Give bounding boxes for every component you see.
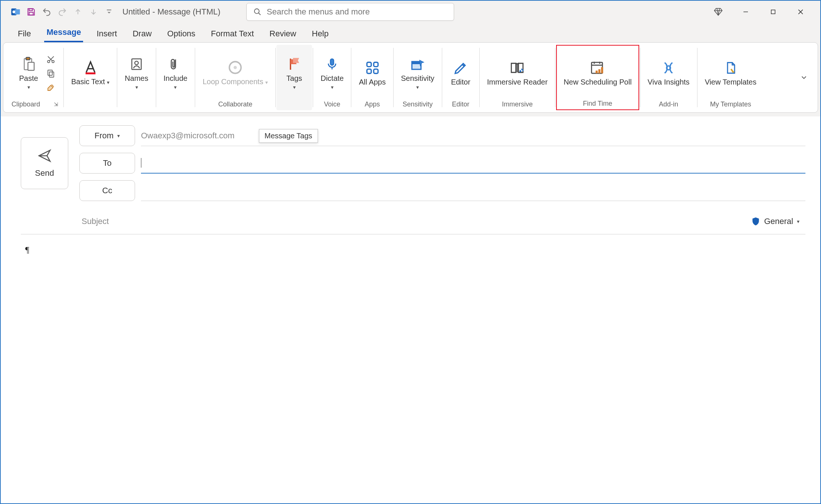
- svg-rect-18: [331, 59, 334, 65]
- group-sensitivity: Sensitivity ▾ Sensitivity: [394, 45, 441, 110]
- tab-format-text[interactable]: Format Text: [209, 25, 256, 42]
- tags-tooltip: Message Tags: [259, 129, 318, 143]
- qat-customize-icon[interactable]: [104, 7, 114, 17]
- group-label: Find Time: [583, 99, 612, 108]
- loop-components-button[interactable]: Loop Components ▾: [199, 57, 272, 89]
- cc-button[interactable]: Cc: [79, 180, 135, 201]
- outlook-icon: [10, 7, 21, 17]
- shield-icon: [751, 217, 761, 226]
- dictate-button[interactable]: Dictate ▾: [317, 54, 347, 92]
- svg-rect-21: [367, 69, 371, 73]
- redo-icon[interactable]: [57, 7, 68, 17]
- cut-icon[interactable]: [46, 55, 56, 65]
- names-button[interactable]: Names ▾: [121, 54, 152, 92]
- loop-icon: [227, 59, 243, 76]
- attach-icon: [169, 56, 182, 72]
- tab-draw[interactable]: Draw: [130, 25, 154, 42]
- group-basic-text: Basic Text ▾: [65, 45, 116, 110]
- svg-rect-22: [374, 69, 378, 73]
- immersive-reader-button[interactable]: Immersive Reader: [483, 57, 551, 89]
- svg-rect-14: [85, 72, 95, 74]
- tags-button[interactable]: Tags ▾: [279, 54, 309, 92]
- ribbon-tabs: File Message Insert Draw Options Format …: [1, 23, 820, 42]
- sensitivity-icon: [410, 56, 426, 72]
- svg-point-2: [13, 10, 15, 13]
- sensitivity-button[interactable]: Sensitivity ▾: [397, 54, 438, 92]
- basic-text-button[interactable]: Basic Text ▾: [68, 57, 113, 89]
- send-icon: [37, 148, 52, 163]
- svg-rect-12: [49, 72, 54, 77]
- group-apps: All Apps Apps: [352, 45, 392, 110]
- search-box[interactable]: [246, 3, 454, 21]
- title-bar: Untitled - Message (HTML): [1, 1, 820, 23]
- send-button[interactable]: Send: [21, 137, 68, 189]
- from-field: Owaexp3@microsoft.com: [141, 125, 805, 146]
- premium-icon[interactable]: [713, 6, 724, 17]
- to-input[interactable]: [141, 157, 805, 169]
- chevron-down-icon: ▾: [416, 84, 419, 90]
- tab-insert[interactable]: Insert: [94, 25, 119, 42]
- tab-review[interactable]: Review: [267, 25, 298, 42]
- close-button[interactable]: [795, 6, 806, 17]
- cc-input[interactable]: [141, 184, 805, 197]
- search-icon: [253, 8, 262, 16]
- include-button[interactable]: Include ▾: [160, 54, 191, 92]
- quick-access-toolbar: [4, 7, 114, 17]
- cc-field[interactable]: [141, 180, 805, 201]
- svg-rect-9: [28, 62, 34, 70]
- address-fields: Owaexp3@microsoft.com: [141, 125, 805, 201]
- compose-area: Send From ▾ To Cc Owaexp3@microsoft.com …: [1, 116, 820, 265]
- format-painter-icon[interactable]: [46, 83, 56, 93]
- ribbon: Paste ▾ Clipboard ⇲ Basic Text ▾: [3, 42, 818, 113]
- group-label: My Templates: [710, 100, 751, 109]
- to-field[interactable]: [141, 153, 805, 174]
- group-addin: Viva Insights Add-in: [641, 45, 696, 110]
- chevron-down-icon: ▾: [27, 84, 30, 90]
- undo-icon[interactable]: [42, 7, 52, 17]
- svg-rect-1: [15, 9, 20, 14]
- new-scheduling-poll-button[interactable]: New Scheduling Poll: [560, 57, 635, 89]
- window-controls: [713, 6, 817, 17]
- minimize-button[interactable]: [740, 6, 751, 17]
- paragraph-mark: ¶: [25, 245, 29, 254]
- svg-rect-28: [601, 67, 603, 73]
- immersive-reader-icon: [509, 60, 526, 76]
- group-find-time: New Scheduling Poll Find Time: [556, 45, 639, 110]
- save-icon[interactable]: [26, 7, 36, 17]
- from-button[interactable]: From ▾: [79, 125, 135, 146]
- chevron-down-icon: ▾: [293, 84, 296, 90]
- view-templates-button[interactable]: View Templates: [701, 57, 760, 89]
- paste-button[interactable]: Paste ▾: [14, 55, 43, 92]
- group-tags: Tags ▾: [276, 45, 312, 110]
- group-editor: Editor Editor: [443, 45, 479, 110]
- message-body[interactable]: ¶: [21, 234, 805, 265]
- svg-rect-6: [771, 10, 775, 14]
- to-button[interactable]: To: [79, 153, 135, 174]
- chevron-down-icon: ▾: [135, 84, 138, 90]
- chevron-down-icon: ▾: [331, 84, 334, 90]
- svg-rect-27: [598, 69, 601, 73]
- svg-rect-19: [367, 62, 371, 67]
- previous-icon[interactable]: [73, 7, 83, 17]
- ribbon-collapse-button[interactable]: [800, 73, 814, 82]
- chevron-down-icon: ▾: [797, 218, 799, 224]
- group-label: Clipboard: [12, 101, 40, 108]
- tab-message[interactable]: Message: [44, 24, 83, 42]
- subject-label[interactable]: Subject: [82, 217, 109, 226]
- tab-file[interactable]: File: [16, 25, 33, 42]
- search-input[interactable]: [267, 7, 447, 17]
- sensitivity-badge[interactable]: General ▾: [751, 217, 805, 226]
- all-apps-button[interactable]: All Apps: [355, 57, 389, 89]
- group-label: Apps: [365, 100, 380, 109]
- next-icon[interactable]: [88, 7, 99, 17]
- maximize-button[interactable]: [768, 6, 779, 17]
- copy-icon[interactable]: [46, 69, 56, 79]
- editor-button[interactable]: Editor: [446, 57, 476, 89]
- tab-options[interactable]: Options: [165, 25, 198, 42]
- group-label: Add-in: [659, 100, 678, 109]
- svg-rect-29: [595, 70, 598, 73]
- editor-icon: [453, 60, 468, 76]
- viva-insights-button[interactable]: Viva Insights: [644, 57, 693, 89]
- dialog-launcher-icon[interactable]: ⇲: [54, 101, 58, 107]
- tab-help[interactable]: Help: [310, 25, 331, 42]
